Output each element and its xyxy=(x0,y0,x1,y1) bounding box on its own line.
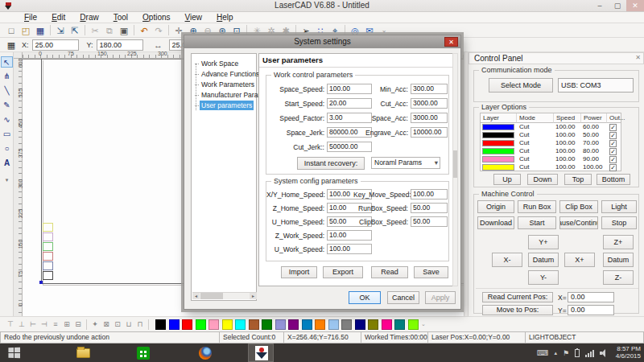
palette-color[interactable] xyxy=(382,319,392,330)
read-current-pos-button[interactable]: Read Current Pos: xyxy=(482,292,553,302)
tree-item-work-parameters[interactable]: Work Parameters xyxy=(200,80,256,89)
instant-recovery-button[interactable]: Instant recovery: xyxy=(297,157,365,170)
menu-view[interactable]: View xyxy=(185,13,203,22)
layer-color-swatch[interactable] xyxy=(482,148,514,154)
cancel-button[interactable]: Cancel xyxy=(387,291,419,304)
canvas-object-rect[interactable] xyxy=(43,261,53,270)
start-button[interactable]: Start xyxy=(518,216,556,229)
layer-output-checkbox[interactable] xyxy=(609,132,617,139)
canvas-object-rect[interactable] xyxy=(43,242,53,251)
download-button[interactable]: Download xyxy=(477,216,514,229)
windows-store-icon[interactable] xyxy=(137,347,150,360)
runbox-speed-field[interactable]: 50.00 xyxy=(411,203,448,213)
align-center-icon[interactable]: ⊞ xyxy=(61,319,72,330)
layer-color-swatch[interactable] xyxy=(482,156,514,162)
palette-color[interactable] xyxy=(196,319,206,330)
palette-color[interactable] xyxy=(355,319,365,330)
palette-color[interactable] xyxy=(182,319,192,330)
size-icon[interactable]: ⊓ xyxy=(134,319,146,330)
save-icon[interactable]: ▦ xyxy=(33,24,47,37)
layer-mode-cell[interactable]: Cut xyxy=(519,131,529,139)
col-header-mode[interactable]: Mode xyxy=(517,113,554,123)
ellipse-tool[interactable]: ○ xyxy=(1,143,13,154)
pos-x-field[interactable]: 0.00 xyxy=(568,292,614,302)
palette-color[interactable] xyxy=(328,319,339,330)
cut-icon[interactable]: ✂ xyxy=(88,24,102,37)
canvas-object-rect[interactable] xyxy=(43,271,53,280)
datum-z-button[interactable]: Datum xyxy=(603,253,634,267)
layer-output-checkbox[interactable] xyxy=(609,148,617,155)
import-icon[interactable]: ⇲ xyxy=(53,24,68,37)
new-icon[interactable]: □ xyxy=(4,24,19,37)
layer-power-cell[interactable]: 90.00 xyxy=(583,155,599,163)
jog-z-plus-button[interactable]: Z+ xyxy=(603,235,634,249)
engrave-acc-field[interactable]: 10000.00 xyxy=(411,127,448,138)
layer-power-cell[interactable]: 60.00 xyxy=(583,123,599,131)
select-tool[interactable]: ↖ xyxy=(1,56,13,68)
space-acc-field[interactable]: 3000.00 xyxy=(411,113,448,123)
minimize-button[interactable]: – xyxy=(591,0,609,11)
dialog-close-button[interactable]: ✕ xyxy=(444,37,458,47)
clip-box-button[interactable]: Clip Box xyxy=(559,200,598,213)
layer-output-checkbox[interactable] xyxy=(609,156,617,163)
palette-color[interactable] xyxy=(222,319,233,330)
volume-icon[interactable] xyxy=(600,349,608,357)
min-acc-field[interactable]: 300.00 xyxy=(411,84,448,94)
cut-jerk-field[interactable]: 50000.00 xyxy=(327,142,372,152)
canvas-object-rect[interactable] xyxy=(43,252,53,261)
canvas-object-rect[interactable] xyxy=(43,232,53,241)
menu-edit[interactable]: Edit xyxy=(52,13,65,22)
flip-vertical-icon[interactable]: ⊤ xyxy=(5,319,16,330)
export-icon[interactable]: ⇱ xyxy=(68,24,82,37)
y-position-field[interactable]: 180.00 xyxy=(97,39,143,51)
firefox-icon[interactable] xyxy=(199,347,212,360)
tree-item-work-space[interactable]: Work Space xyxy=(200,59,240,68)
distribute-icon[interactable]: ✦ xyxy=(89,319,101,330)
layer-speed-cell[interactable]: 100.00 xyxy=(555,147,575,155)
z-work-speed-field[interactable]: 10.00 xyxy=(327,230,372,241)
control-panel-close-icon[interactable]: ✕ xyxy=(635,54,641,61)
col-header-power[interactable]: Power xyxy=(581,113,607,123)
layer-top-button[interactable]: Top xyxy=(564,174,592,185)
ungroup-icon[interactable]: ⊔ xyxy=(123,319,134,330)
pause-continue-button[interactable]: Pause/Continue xyxy=(559,216,598,229)
text-tool[interactable]: A xyxy=(1,158,13,169)
layer-speed-cell[interactable]: 100.00 xyxy=(555,163,575,171)
layer-speed-cell[interactable]: 100.00 xyxy=(555,139,575,147)
layer-mode-cell[interactable]: Cut xyxy=(519,139,529,147)
palette-color[interactable] xyxy=(315,319,325,330)
key-move-speed-field[interactable]: 100.00 xyxy=(411,189,448,200)
layer-mode-cell[interactable]: Cut xyxy=(519,163,529,171)
palette-color[interactable] xyxy=(302,319,312,330)
move-to-pos-button[interactable]: Move to Pos: xyxy=(482,305,553,315)
line-tool[interactable]: ╲ xyxy=(1,85,13,97)
datum-xy-button[interactable]: Datum xyxy=(528,253,559,267)
layer-power-cell[interactable]: 100.00 xyxy=(583,163,602,171)
tree-item-advance-functions[interactable]: Advance Functions xyxy=(200,69,261,79)
battery-icon[interactable] xyxy=(575,349,580,357)
open-icon[interactable]: ◰ xyxy=(19,24,33,37)
pos-y-field[interactable]: 0.00 xyxy=(568,305,614,315)
col-header-output[interactable]: Out... xyxy=(607,113,621,123)
taskbar-clock[interactable]: 8:57 PM 4/6/2015 xyxy=(616,345,641,360)
layer-up-button[interactable]: Up xyxy=(493,174,521,185)
redo-icon[interactable]: ↷ xyxy=(151,24,166,37)
jog-z-minus-button[interactable]: Z- xyxy=(603,270,634,285)
layer-speed-cell[interactable]: 100.00 xyxy=(555,123,575,131)
col-header-speed[interactable]: Speed xyxy=(554,113,581,123)
lasercad-taskbar-icon[interactable] xyxy=(248,343,274,362)
layer-power-cell[interactable]: 80.00 xyxy=(583,147,599,155)
layer-mode-cell[interactable]: Cut xyxy=(519,147,529,155)
rotate-icon[interactable]: ⊣ xyxy=(39,319,50,330)
jog-y-plus-button[interactable]: Y+ xyxy=(528,235,559,249)
restore-button[interactable]: ▢ xyxy=(609,0,626,11)
light-button[interactable]: Light xyxy=(601,200,637,213)
anchor-grid-icon[interactable]: ▦ xyxy=(4,39,19,51)
space-speed-field[interactable]: 100.00 xyxy=(327,84,372,94)
jog-y-minus-button[interactable]: Y- xyxy=(528,270,559,285)
layer-bottom-button[interactable]: Bottom xyxy=(597,174,630,185)
import-button[interactable]: Import xyxy=(281,266,317,278)
tray-expand-icon[interactable]: ▴ xyxy=(554,350,557,356)
file-explorer-icon[interactable] xyxy=(76,348,90,358)
palette-color[interactable] xyxy=(235,319,246,330)
